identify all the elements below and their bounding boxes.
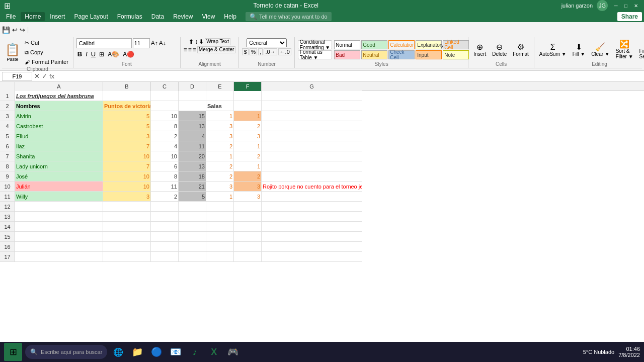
style-neutral[interactable]: Neutral	[361, 50, 387, 59]
cell-5-E[interactable]: 3	[206, 131, 234, 141]
cell-15-B[interactable]	[103, 232, 151, 242]
cell-9-A[interactable]: José	[15, 171, 103, 182]
percent-button[interactable]: $	[242, 48, 248, 55]
cell-2-A[interactable]: Nombres	[15, 101, 103, 111]
style-bad[interactable]: Bad	[334, 50, 360, 59]
cell-16-F[interactable]	[234, 242, 262, 252]
format-cells-button[interactable]: ⚙ Format	[511, 42, 531, 58]
align-center-icon[interactable]: ≡	[188, 46, 192, 53]
cell-4-E[interactable]: 3	[206, 121, 234, 131]
cell-1-F[interactable]	[234, 91, 262, 101]
cell-5-B[interactable]: 3	[103, 131, 151, 141]
font-color-button[interactable]: A🔴	[122, 51, 135, 58]
cell-17-D[interactable]	[179, 252, 206, 262]
cell-8-F[interactable]: 1	[234, 161, 262, 171]
cell-13-D[interactable]	[179, 212, 206, 222]
cell-6-E[interactable]: 2	[206, 141, 234, 151]
taskbar-mail-icon[interactable]: 📧	[168, 344, 184, 360]
col-header-f[interactable]: F	[234, 82, 262, 91]
undo-icon[interactable]: ↩	[12, 26, 18, 34]
font-size-input[interactable]	[133, 38, 150, 48]
cell-13-G[interactable]	[262, 212, 362, 222]
share-button[interactable]: Share	[617, 12, 642, 21]
style-normal[interactable]: Normal	[334, 40, 360, 49]
cell-15-F[interactable]	[234, 232, 262, 242]
cell-2-F[interactable]	[234, 101, 262, 111]
cell-11-B[interactable]: 3	[103, 192, 151, 202]
cell-15-G[interactable]	[262, 232, 362, 242]
cell-5-F[interactable]: 3	[234, 131, 262, 141]
copy-button[interactable]: ⧉ Copy	[23, 48, 70, 57]
cell-4-F[interactable]: 2	[234, 121, 262, 131]
thousands-button[interactable]: ,	[258, 48, 263, 55]
cell-3-C[interactable]: 10	[151, 111, 179, 121]
cell-10-A[interactable]: Julián	[15, 182, 103, 192]
cell-5-D[interactable]: 4	[179, 131, 206, 141]
cell-14-A[interactable]	[15, 222, 103, 232]
cell-13-E[interactable]	[206, 212, 234, 222]
cell-17-B[interactable]	[103, 252, 151, 262]
minimize-button[interactable]: ─	[612, 2, 620, 10]
align-right-icon[interactable]: ≡	[193, 46, 196, 53]
style-calculation[interactable]: Calculation	[388, 40, 415, 49]
cell-6-G[interactable]	[262, 141, 362, 151]
conditional-formatting-button[interactable]: ConditionalFormatting ▼	[298, 40, 332, 49]
cell-6-A[interactable]: Ilaz	[15, 141, 103, 151]
cell-4-C[interactable]: 8	[151, 121, 179, 131]
cell-10-F[interactable]: 3	[234, 182, 262, 192]
col-header-e[interactable]: E	[206, 82, 234, 91]
cell-9-B[interactable]: 10	[103, 171, 151, 182]
taskbar-chrome-icon[interactable]: 🔵	[148, 344, 165, 360]
insert-cells-button[interactable]: ⊕ Insert	[471, 42, 488, 58]
cell-10-B[interactable]: 10	[103, 182, 151, 192]
fill-button[interactable]: ⬇ Fill ▼	[571, 42, 587, 58]
cell-14-E[interactable]	[206, 222, 234, 232]
col-header-a[interactable]: A	[15, 82, 103, 91]
align-middle-icon[interactable]: ↕	[195, 38, 198, 45]
cell-17-E[interactable]	[206, 252, 234, 262]
cell-1-E[interactable]	[206, 91, 234, 101]
cell-17-G[interactable]	[262, 252, 362, 262]
menu-home[interactable]: Home	[21, 12, 45, 21]
cell-16-C[interactable]	[151, 242, 179, 252]
cell-12-A[interactable]	[15, 202, 103, 212]
delete-cells-button[interactable]: ⊖ Delete	[490, 42, 509, 58]
cell-13-F[interactable]	[234, 212, 262, 222]
cell-8-D[interactable]: 13	[179, 161, 206, 171]
cell-2-C[interactable]	[151, 101, 179, 111]
align-top-icon[interactable]: ⬆	[189, 38, 194, 45]
style-linked-cell[interactable]: Linked Cell	[443, 40, 469, 49]
save-icon[interactable]: 💾	[2, 26, 10, 34]
cell-10-E[interactable]: 3	[206, 182, 234, 192]
decrease-decimal-button[interactable]: ←.0	[278, 48, 291, 55]
cell-12-G[interactable]	[262, 202, 362, 212]
cell-5-A[interactable]: Eliud	[15, 131, 103, 141]
menu-data[interactable]: Data	[147, 12, 168, 21]
cut-button[interactable]: ✂ Cut	[23, 38, 70, 47]
restore-button[interactable]: □	[622, 2, 630, 10]
cell-1-B[interactable]	[103, 91, 151, 101]
taskbar-news-icon[interactable]: 🌐	[110, 344, 126, 360]
cell-17-F[interactable]	[234, 252, 262, 262]
menu-insert[interactable]: Insert	[46, 12, 69, 21]
start-button[interactable]: ⊞	[4, 343, 22, 361]
cell-14-D[interactable]	[179, 222, 206, 232]
cell-2-B[interactable]: Puntos de victoria	[103, 101, 151, 111]
cell-12-B[interactable]	[103, 202, 151, 212]
comma-button[interactable]: %	[250, 48, 258, 55]
menu-page-layout[interactable]: Page Layout	[70, 12, 112, 21]
taskbar-explorer-icon[interactable]: 📁	[129, 344, 145, 360]
italic-button[interactable]: I	[85, 50, 89, 58]
format-painter-button[interactable]: 🖌 Format Painter	[23, 57, 70, 66]
cell-6-F[interactable]: 1	[234, 141, 262, 151]
cell-11-E[interactable]: 1	[206, 192, 234, 202]
cell-15-E[interactable]	[206, 232, 234, 242]
style-input[interactable]: Input	[416, 50, 442, 59]
formula-cancel-icon[interactable]: ✕	[34, 72, 40, 80]
cell-3-F[interactable]: 1	[234, 111, 262, 121]
formula-confirm-icon[interactable]: ✓	[42, 72, 47, 80]
cell-13-A[interactable]	[15, 212, 103, 222]
cell-2-D[interactable]	[179, 101, 206, 111]
style-check-cell[interactable]: Check Cell	[388, 50, 415, 59]
cell-9-C[interactable]: 8	[151, 171, 179, 182]
